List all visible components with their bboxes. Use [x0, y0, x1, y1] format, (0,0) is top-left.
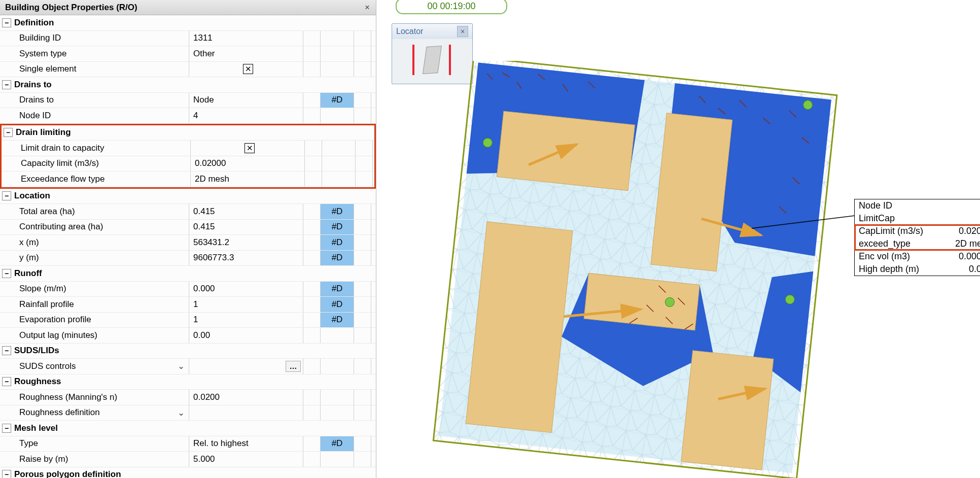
section-label: Roughness: [14, 377, 61, 387]
field-label: y (m): [19, 253, 39, 263]
value-cell[interactable]: 9606773.3: [189, 251, 303, 266]
value-cell[interactable]: 0.0200: [189, 390, 303, 405]
section-runoff[interactable]: − Runoff: [0, 266, 376, 282]
flag-cell[interactable]: #D: [321, 251, 354, 266]
value-cell[interactable]: ✕: [190, 141, 305, 156]
section-porous[interactable]: − Porous polygon definition: [0, 467, 376, 479]
field-label: Drains to: [19, 95, 54, 105]
value-cell[interactable]: 0.415: [189, 220, 303, 235]
collapse-icon[interactable]: −: [2, 80, 11, 89]
locator-title: Locator: [396, 27, 423, 36]
panel-title-bar: Building Object Properties (R/O) ×: [0, 0, 376, 15]
field-label: Output lag (minutes): [19, 330, 97, 340]
section-label: Location: [14, 191, 50, 201]
value-cell[interactable]: 2D mesh: [190, 172, 305, 187]
row-capacity-limit: Capacity limit (m3/s) 0.02000: [2, 156, 374, 172]
mesh-map[interactable]: [417, 61, 873, 478]
info-label: CapLimit (m3/s): [859, 226, 923, 236]
value-cell[interactable]: 1: [189, 297, 303, 312]
row-slope: Slope (m/m) 0.000 #D: [0, 282, 376, 297]
info-value: 0.02000: [959, 226, 980, 236]
field-label: Total area (ha): [19, 207, 75, 217]
svg-rect-10: [681, 351, 774, 470]
row-roughness-def: Roughness definition⌄: [0, 405, 376, 421]
chevron-down-icon[interactable]: ⌄: [177, 361, 186, 371]
checkbox-icon[interactable]: ✕: [243, 64, 253, 74]
info-label: LimitCap: [859, 213, 895, 224]
collapse-icon[interactable]: −: [2, 191, 11, 200]
row-single-element: Single element ✕: [0, 62, 376, 78]
value-cell[interactable]: 4: [189, 108, 303, 123]
flag-cell[interactable]: #D: [321, 282, 354, 297]
field-label: SUDS controls: [19, 361, 76, 371]
simulation-view[interactable]: 00 00:19:00 Locator ×: [387, 0, 980, 478]
field-label: Node ID: [19, 111, 51, 121]
ellipsis-button[interactable]: …: [286, 361, 301, 372]
value-cell[interactable]: ✕: [189, 62, 303, 77]
flag-cell[interactable]: #D: [321, 235, 354, 250]
value-cell[interactable]: 563431.2: [189, 235, 303, 250]
collapse-icon[interactable]: −: [2, 269, 11, 278]
row-y: y (m) 9606773.3 #D: [0, 251, 376, 266]
checkbox-icon[interactable]: ✕: [244, 143, 255, 153]
value-cell[interactable]: 0.00: [189, 328, 303, 343]
row-mesh-type: Type Rel. to highest #D: [0, 436, 376, 452]
collapse-icon[interactable]: −: [4, 128, 13, 137]
section-label: Definition: [14, 18, 54, 28]
collapse-icon[interactable]: −: [2, 424, 11, 433]
value-cell[interactable]: …: [189, 359, 303, 374]
close-icon[interactable]: ×: [457, 26, 468, 37]
value-cell[interactable]: 5.000: [189, 452, 303, 467]
collapse-icon[interactable]: −: [2, 470, 11, 478]
section-suds[interactable]: − SUDS/LIDs: [0, 344, 376, 359]
info-label: Enc vol (m3): [859, 251, 910, 262]
flag-cell[interactable]: #D: [321, 204, 354, 219]
chevron-down-icon[interactable]: ⌄: [177, 407, 186, 418]
value-cell[interactable]: [189, 405, 303, 421]
field-label: Limit drain to capacity: [21, 143, 104, 153]
row-rainfall: Rainfall profile 1 #D: [0, 297, 376, 313]
section-label: Porous polygon definition: [14, 469, 121, 478]
value-cell[interactable]: 1311: [189, 31, 303, 46]
value-cell[interactable]: Other: [189, 46, 303, 61]
value-cell[interactable]: 0.000: [189, 282, 303, 297]
section-roughness[interactable]: − Roughness: [0, 374, 376, 390]
close-icon[interactable]: ×: [361, 1, 374, 14]
collapse-icon[interactable]: −: [2, 377, 11, 386]
info-value: 0.00000: [959, 251, 980, 262]
row-suds-controls: SUDS controls⌄ …: [0, 359, 376, 374]
value-cell[interactable]: 0.415: [189, 204, 303, 219]
flag-cell[interactable]: #D: [321, 436, 354, 452]
flag-cell[interactable]: #D: [321, 297, 354, 312]
row-x: x (m) 563431.2 #D: [0, 235, 376, 251]
row-manning: Roughness (Manning's n) 0.0200: [0, 390, 376, 405]
row-building-id: Building ID 1311: [0, 31, 376, 47]
section-location[interactable]: − Location: [0, 189, 376, 204]
section-drain-limiting[interactable]: − Drain limiting: [2, 125, 374, 141]
value-cell[interactable]: Node: [189, 93, 303, 108]
flag-cell[interactable]: #D: [321, 313, 354, 328]
field-label: System type: [19, 49, 67, 59]
field-label: Building ID: [19, 33, 61, 43]
field-label: x (m): [19, 237, 39, 248]
collapse-icon[interactable]: −: [2, 18, 11, 27]
property-panel: Building Object Properties (R/O) × − Def…: [0, 0, 376, 478]
info-label: High depth (m): [859, 264, 919, 275]
row-output-lag: Output lag (minutes) 0.00: [0, 328, 376, 344]
value-cell[interactable]: 1: [189, 313, 303, 328]
collapse-icon[interactable]: −: [2, 346, 11, 355]
field-label: Rainfall profile: [19, 299, 74, 310]
section-definition[interactable]: − Definition: [0, 15, 376, 31]
field-label: Single element: [19, 64, 76, 74]
field-label: Roughness definition: [19, 407, 100, 418]
flag-cell[interactable]: #D: [321, 220, 354, 235]
flag-cell[interactable]: #D: [321, 93, 354, 108]
value-cell[interactable]: Rel. to highest: [189, 436, 303, 452]
field-label: Evaporation profile: [19, 315, 91, 325]
panel-title: Building Object Properties (R/O): [5, 0, 137, 15]
field-label: Contributing area (ha): [19, 222, 103, 232]
value-cell[interactable]: 0.02000: [190, 156, 305, 172]
section-drains-to[interactable]: − Drains to: [0, 77, 376, 93]
section-mesh-level[interactable]: − Mesh level: [0, 421, 376, 436]
row-node-id: Node ID 4: [0, 108, 376, 124]
